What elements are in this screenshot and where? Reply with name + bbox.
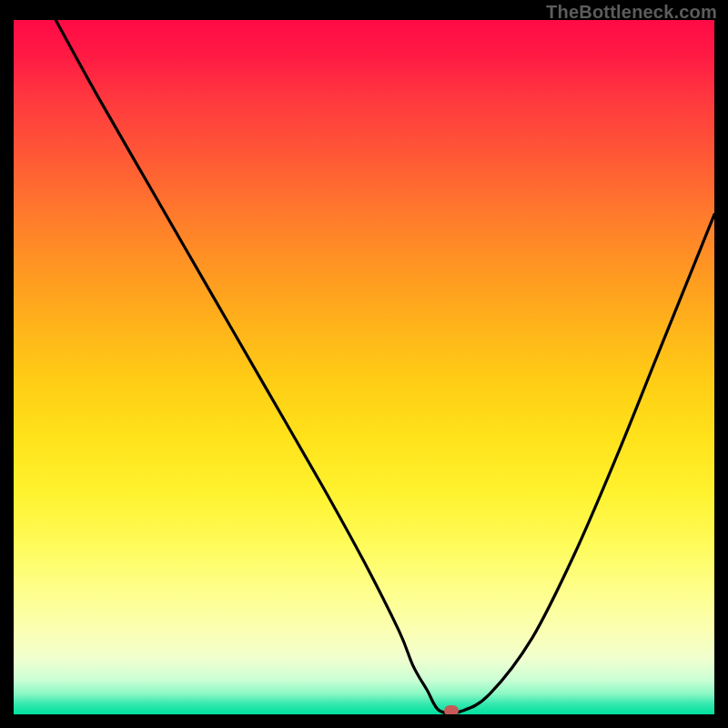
optimal-marker — [444, 705, 459, 714]
plot-area — [14, 20, 714, 714]
curve-path — [56, 20, 714, 713]
bottleneck-curve — [14, 20, 714, 714]
chart-frame: TheBottleneck.com — [0, 0, 728, 728]
